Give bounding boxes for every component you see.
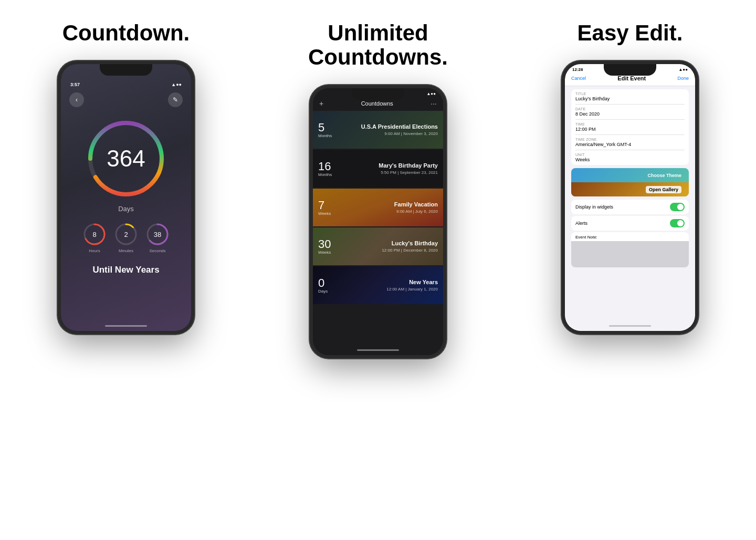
ci4-name: Lucky's Birthday [341,240,438,247]
ci3-number: 7 [318,200,341,211]
edit-button[interactable]: ✎ [168,92,183,107]
ci5-number: 0 [318,277,341,289]
ci2-dt: 5:50 PM | September 23, 2021 [341,170,438,175]
time-label: TIME [575,122,685,126]
field-timezone: TIME ZONE America/New_York GMT-4 [575,135,685,150]
phone1-icons: ▲●● [171,82,182,87]
title-value[interactable]: Lucky's Birthday [575,96,685,101]
minutes-ring: 2 [114,222,138,246]
phone1-home-bar [105,325,147,327]
date-label: DATE [575,107,685,111]
panel-unlimited: Unlimited Countdowns. ▲●● + Countdowns ·… [252,0,504,540]
ci-birthday-party: 16 Months Mary's Birthday Party 5:50 PM … [313,150,443,188]
phone1-screen: 3:57 ▲●● ‹ ✎ [61,64,191,331]
phone1-time: 3:57 [70,82,80,87]
event-note-section: Event Note: [571,232,689,267]
ci2-name: Mary's Birthday Party [341,162,438,169]
event-note-label: Event Note: [571,232,689,241]
theme-section[interactable]: Choose Theme Open Gallery [571,168,689,196]
unit-label: UNIT [575,153,685,157]
ci2-unit: Months [318,172,341,177]
countdowns-title: Countdowns [361,100,393,107]
phone2-notch [352,88,404,100]
ci-elections: 5 Months U.S.A Presidential Elections 9:… [313,111,443,149]
phone3-icons: ▲●● [678,67,688,72]
phone2-home-bar [357,349,399,351]
minutes-label: Minutes [119,248,133,253]
seconds-ring: 38 [145,222,170,246]
minutes-counter: 2 Minutes [114,222,138,253]
toggle-alerts-row: Alerts [571,216,689,231]
minutes-value: 2 [124,231,128,238]
unit-value[interactable]: Weeks [575,157,685,162]
seconds-counter: 38 Seconds [145,222,170,253]
phone3-content: TITLE Lucky's Birthday DATE 8 Dec 2020 T… [565,86,695,331]
ci-newyear: 0 Days New Years 12:00 AM | January 1, 2… [313,266,443,304]
ci5-name: New Years [341,279,438,286]
toggle-widgets-label: Display in widgets [575,204,613,210]
ci4-unit: Weeks [318,250,341,255]
phone1-status-bar: 3:57 ▲●● [61,79,191,88]
toggle-alerts-switch[interactable] [670,219,685,227]
field-date: DATE 8 Dec 2020 [575,105,685,120]
title-label: TITLE [575,92,685,96]
more-icon[interactable]: ··· [430,99,437,108]
hours-counter: 8 Hours [82,222,107,253]
ci1-number: 5 [318,122,341,133]
panel-edit: Easy Edit. 12:28 ▲●● Cancel Edit Event D… [504,0,756,540]
ci3-dt: 9:00 AM | July 6, 2020 [341,209,438,214]
phone3-notch [604,64,656,76]
done-button[interactable]: Done [677,76,689,81]
toggle-widgets-row: Display in widgets [571,200,689,214]
ci-vacation: 7 Weeks Family Vacation 9:00 AM | July 6… [313,189,443,226]
date-value[interactable]: 8 Dec 2020 [575,111,685,117]
back-button[interactable]: ‹ [69,92,84,107]
panel3-title: Easy Edit. [578,21,683,45]
form-fields: TITLE Lucky's Birthday DATE 8 Dec 2020 T… [571,89,689,165]
phone1-notch [100,64,152,76]
edit-event-title: Edit Event [617,75,646,81]
phone3-screen: 12:28 ▲●● Cancel Edit Event Done TITLE L… [565,64,695,331]
ci2-number: 16 [318,161,341,172]
phone2-mockup: ▲●● + Countdowns ··· 5 Months U.S.A Pres… [310,85,446,358]
panel1-title: Countdown. [62,21,190,45]
phone2-screen: ▲●● + Countdowns ··· 5 Months U.S.A Pres… [313,88,443,355]
phone2-icons: ▲●● [426,91,436,96]
event-name: Until New Years [92,265,159,275]
ci5-dt: 12:00 AM | January 1, 2020 [341,287,438,292]
ci5-unit: Days [318,289,341,294]
phone3-mockup: 12:28 ▲●● Cancel Edit Event Done TITLE L… [562,61,698,334]
main-ring: 364 [84,117,168,201]
ci4-number: 30 [318,238,341,250]
main-countdown-unit: Days [118,205,134,213]
ci3-unit: Weeks [318,211,341,216]
toggle-widgets-switch[interactable] [670,203,685,211]
cancel-button[interactable]: Cancel [571,76,586,81]
hours-label: Hours [89,248,100,253]
hours-ring: 8 [82,222,107,246]
field-unit: UNIT Weeks [575,150,685,165]
phone1-mockup: 3:57 ▲●● ‹ ✎ [58,61,194,334]
small-counters-row: 8 Hours 2 Minutes [82,222,170,253]
phone1-nav: ‹ ✎ [61,88,191,111]
panel-countdown: Countdown. 3:57 ▲●● ‹ ✎ [0,0,252,540]
hours-value: 8 [92,231,96,238]
main-countdown-number: 364 [107,147,145,170]
ci1-name: U.S.A Presidential Elections [341,123,438,130]
open-gallery-label[interactable]: Open Gallery [646,186,681,193]
add-icon[interactable]: + [319,99,323,108]
ci-lucky: 30 Weeks Lucky's Birthday 12:00 PM | Dec… [313,227,443,265]
field-title: TITLE Lucky's Birthday [575,89,685,105]
choose-theme-label: Choose Theme [647,173,681,178]
ci4-dt: 12:00 PM | December 8, 2020 [341,248,438,253]
tz-label: TIME ZONE [575,138,685,141]
ci1-dt: 9:00 AM | November 3, 2020 [341,131,438,136]
seconds-value: 38 [154,231,161,238]
time-value[interactable]: 12:00 PM [575,127,685,132]
tz-value[interactable]: America/New_York GMT-4 [575,142,685,147]
event-note-area[interactable] [571,241,689,267]
panel2-title: Unlimited Countdowns. [262,21,494,69]
ci3-name: Family Vacation [341,201,438,208]
seconds-label: Seconds [149,248,165,253]
toggle-alerts-label: Alerts [575,221,587,226]
